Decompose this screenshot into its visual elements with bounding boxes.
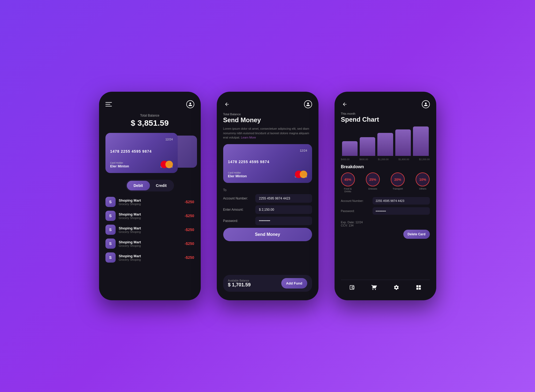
breakdown-label-others: Others	[419, 187, 426, 190]
credit-button[interactable]: Credit	[150, 181, 173, 190]
send-card-number: 1478 2255 4595 9874	[228, 160, 307, 164]
chart-bar-3	[377, 133, 393, 156]
send-card-mastercard	[295, 171, 307, 178]
transaction-info-1: Shoping Mart Grocery Shoping	[119, 198, 181, 206]
chart-area	[341, 126, 430, 156]
transaction-sub: Grocery Shoping	[119, 230, 181, 233]
transaction-icon-1: S	[105, 197, 116, 207]
account-number-row: Account Number:	[223, 194, 312, 203]
phones-container: Total Balance $ 3,851.59 Card Hold Gouta…	[99, 92, 436, 300]
amount-input[interactable]	[255, 205, 312, 214]
list-item: S Shoping Mart Grocery Shoping -$250	[105, 211, 194, 221]
breakdown-circle-transport: 20%	[391, 172, 405, 186]
send-card-holder-name: Eler Minton	[228, 174, 247, 178]
exp-date: Exp. Date: 12/24 CCV: 134	[341, 221, 430, 227]
available-balance-label: Available Balance	[228, 279, 251, 282]
learn-more-link[interactable]: Learn More	[241, 136, 256, 139]
wallet-nav-icon[interactable]	[348, 283, 356, 292]
transaction-icon-4: S	[105, 239, 116, 249]
settings-nav-icon[interactable]	[392, 283, 401, 292]
this-month-label: This month	[341, 112, 430, 115]
transaction-icon-3: S	[105, 225, 116, 235]
phone-3: This month Spend Chart $400.00 $600.00 $…	[335, 92, 436, 300]
mastercard-logo	[161, 161, 173, 168]
card-details-section: Account Number: 2255 4595 9874 4423 Pass…	[341, 197, 430, 217]
chart-label-4: $1,800.00	[399, 158, 409, 161]
send-card: 12/24 1478 2255 4595 9874 Card Holder El…	[223, 144, 312, 183]
available-balance-amount: $ 1,701.59	[228, 282, 251, 288]
chart-labels: $400.00 $600.00 $1,200.00 $1,800.00 $2,2…	[341, 158, 430, 161]
breakdown-label-dresses: Dresses	[368, 187, 377, 190]
account-number-detail-label: Account Number:	[341, 199, 370, 202]
breakdown-circle-dresses: 25%	[366, 172, 380, 186]
profile-icon[interactable]	[186, 100, 194, 108]
list-item: S Shoping Mart Grocery Shoping -$250	[105, 225, 194, 235]
description-content: Lorem ipsum dolor sit amet, consectetuer…	[223, 127, 309, 139]
transaction-name: Shoping Mart	[119, 212, 181, 216]
description-text: Lorem ipsum dolor sit amet, consectetuer…	[223, 126, 312, 140]
svg-point-0	[352, 287, 353, 288]
transaction-amount: -$250	[185, 200, 194, 204]
breakdown-circles: 45% Food &Drinks 25% Dresses 20% Transpo…	[341, 172, 430, 193]
chart-label-1: $400.00	[341, 158, 350, 161]
breakdown-circle-food: 45%	[341, 172, 355, 186]
bottom-nav	[341, 280, 430, 292]
transaction-sub: Grocery Shoping	[119, 216, 181, 220]
back-arrow-3[interactable]	[341, 101, 348, 108]
menu-icon[interactable]	[105, 102, 112, 106]
password-detail-label: Password:	[341, 209, 370, 213]
card-holder-name: Eler Minton	[110, 164, 129, 168]
amount-label: Enter Amount:	[223, 208, 253, 212]
phone3-header	[341, 100, 430, 108]
chart-bar-1	[342, 141, 358, 156]
chart-bar-2	[360, 137, 375, 156]
back-arrow[interactable]	[223, 101, 231, 108]
profile-icon-3[interactable]	[422, 100, 430, 108]
chart-bar-4	[395, 129, 411, 156]
account-number-detail-value: 2255 4595 9874 4423	[373, 197, 430, 205]
list-item: S Shoping Mart Grocery Shoping -$250	[105, 252, 194, 263]
transaction-amount: -$250	[185, 241, 194, 246]
transaction-name: Shoping Mart	[119, 198, 181, 202]
available-balance-section: Available Balance $ 1,701.59	[228, 279, 251, 288]
cart-nav-icon[interactable]	[370, 283, 378, 292]
transaction-amount: -$250	[185, 255, 194, 260]
transaction-name: Shoping Mart	[119, 240, 181, 244]
chart-label-5: $2,200.00	[419, 158, 430, 161]
delete-card-button[interactable]: Delete Card	[403, 230, 430, 239]
transaction-amount: -$250	[185, 228, 194, 232]
transaction-icon-2: S	[105, 211, 116, 221]
debit-credit-toggle: Debit Credit	[126, 180, 174, 191]
account-number-label: Account Number:	[223, 197, 253, 200]
transaction-info-4: Shoping Mart Grocery Shoping	[119, 240, 181, 247]
card-number: 1478 2255 4595 9874	[110, 149, 173, 153]
send-money-title: Send Money	[223, 116, 312, 124]
transaction-sub: Grocery Shoping	[119, 202, 181, 206]
password-detail-row: Password: ••••••••••	[341, 207, 430, 215]
transaction-name: Shoping Mart	[119, 254, 181, 258]
profile-icon-2[interactable]	[304, 100, 312, 108]
account-number-detail-row: Account Number: 2255 4595 9874 4423	[341, 197, 430, 205]
transaction-info-3: Shoping Mart Grocery Shoping	[119, 226, 181, 233]
transactions-list: S Shoping Mart Grocery Shoping -$250 S S…	[105, 197, 194, 263]
transaction-sub: Grocery Shoping	[119, 258, 181, 261]
add-fund-button[interactable]: Add Fund	[281, 278, 307, 289]
password-input[interactable]	[255, 217, 312, 225]
send-money-button[interactable]: Send Money	[223, 228, 312, 241]
transaction-sub: Grocery Shoping	[119, 244, 181, 247]
breakdown-label-transport: Transport	[393, 187, 403, 190]
cards-stack: Card Hold Goutam 1478 225 12/24 1478 225…	[105, 133, 194, 174]
account-number-input[interactable]	[255, 194, 312, 203]
chart-label-3: $1,200.00	[378, 158, 389, 161]
debit-button[interactable]: Debit	[127, 181, 150, 190]
password-row: Password:	[223, 217, 312, 225]
transaction-info-2: Shoping Mart Grocery Shoping	[119, 212, 181, 220]
grid-nav-icon[interactable]	[414, 283, 423, 292]
transaction-info-5: Shoping Mart Grocery Shoping	[119, 254, 181, 261]
card-main: 12/24 1478 2255 4595 9874 Card Holder El…	[105, 133, 178, 173]
total-balance-label: Total Balance	[105, 114, 194, 117]
exp-ccv-delete-row: Exp. Date: 12/24 CCV: 134 Delete Card	[341, 221, 430, 239]
breakdown-circle-others: 10%	[416, 172, 430, 186]
chart-label-2: $600.00	[359, 158, 368, 161]
breakdown-title: Breakdown	[341, 164, 430, 169]
